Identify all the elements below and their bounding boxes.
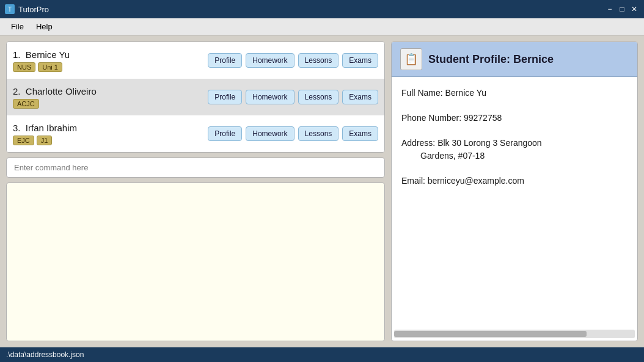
profile-address: Address: Blk 30 Lorong 3 Serangoon Garde… [401, 137, 628, 162]
profile-fullname: Full Name: Bernice Yu [401, 87, 628, 100]
student-row: 2. Charlotte Oliveiro ACJC Profile Homew… [7, 79, 384, 115]
student-list-container: 1. Bernice Yu NUS Uni 1 Profile Homework… [6, 42, 385, 153]
profile-title: Student Profile: Bernice [428, 53, 554, 66]
profile-icon: 📋 [400, 48, 422, 70]
student-info-1: 1. Bernice Yu NUS Uni 1 [13, 49, 70, 72]
status-bar: .\data\addressbook.json [0, 347, 644, 362]
homework-btn-2[interactable]: Homework [246, 90, 294, 104]
profile-email: Email: berniceyu@example.com [401, 175, 628, 187]
right-panel: 📋 Student Profile: Bernice Full Name: Be… [391, 42, 638, 341]
output-area [6, 183, 385, 341]
profile-btn-2[interactable]: Profile [208, 90, 242, 104]
lessons-btn-2[interactable]: Lessons [298, 90, 339, 104]
app-icon: T [5, 4, 15, 14]
exams-btn-3[interactable]: Exams [342, 126, 378, 141]
menu-bar: File Help [0, 18, 644, 35]
student-name-3: 3. Irfan Ibrahim [13, 123, 77, 133]
exams-btn-1[interactable]: Exams [342, 53, 378, 68]
student-row: 3. Irfan Ibrahim EJC J1 Profile Homework… [7, 115, 384, 152]
student-list[interactable]: 1. Bernice Yu NUS Uni 1 Profile Homework… [6, 42, 385, 153]
student-info-2: 2. Charlotte Oliveiro ACJC [13, 86, 97, 109]
tag-ejc: EJC [13, 136, 34, 145]
profile-scrollbar-thumb [394, 331, 587, 337]
student-name-2: 2. Charlotte Oliveiro [13, 86, 97, 96]
menu-help[interactable]: Help [30, 20, 59, 34]
profile-btn-3[interactable]: Profile [208, 126, 242, 141]
profile-scrollbar[interactable] [394, 330, 635, 338]
close-button[interactable]: ✕ [629, 4, 639, 14]
homework-btn-3[interactable]: Homework [246, 126, 294, 141]
left-panel: 1. Bernice Yu NUS Uni 1 Profile Homework… [6, 42, 385, 341]
profile-body: Full Name: Bernice Yu Phone Number: 9927… [392, 77, 637, 327]
student-row: 1. Bernice Yu NUS Uni 1 Profile Homework… [7, 42, 384, 79]
title-bar-controls: − □ ✕ [605, 4, 639, 14]
student-tags-2: ACJC [13, 99, 97, 109]
maximize-button[interactable]: □ [617, 4, 627, 14]
student-tags-3: EJC J1 [13, 136, 77, 145]
lessons-btn-1[interactable]: Lessons [298, 53, 339, 68]
student-buttons-3: Profile Homework Lessons Exams [208, 126, 378, 141]
student-tags-1: NUS Uni 1 [13, 62, 70, 72]
tag-uni1: Uni 1 [38, 62, 62, 72]
student-info-3: 3. Irfan Ibrahim EJC J1 [13, 123, 77, 145]
profile-header: 📋 Student Profile: Bernice [392, 42, 637, 77]
student-name-1: 1. Bernice Yu [13, 49, 70, 60]
command-input[interactable] [6, 157, 385, 178]
exams-btn-2[interactable]: Exams [342, 90, 378, 104]
student-buttons-2: Profile Homework Lessons Exams [208, 90, 378, 104]
menu-file[interactable]: File [5, 20, 30, 34]
tag-nus: NUS [13, 62, 35, 72]
lessons-btn-3[interactable]: Lessons [298, 126, 339, 141]
profile-btn-1[interactable]: Profile [208, 53, 242, 68]
status-path: .\data\addressbook.json [6, 350, 84, 359]
app-title: TutorPro [18, 5, 49, 14]
title-bar-left: T TutorPro [5, 4, 49, 14]
title-bar: T TutorPro − □ ✕ [0, 0, 644, 18]
homework-btn-1[interactable]: Homework [246, 53, 294, 68]
tag-acjc: ACJC [13, 99, 39, 109]
student-buttons-1: Profile Homework Lessons Exams [208, 53, 378, 68]
main-content: 1. Bernice Yu NUS Uni 1 Profile Homework… [0, 35, 644, 347]
tag-j1: J1 [37, 136, 53, 145]
profile-phone: Phone Number: 99272758 [401, 112, 628, 125]
minimize-button[interactable]: − [605, 4, 615, 14]
